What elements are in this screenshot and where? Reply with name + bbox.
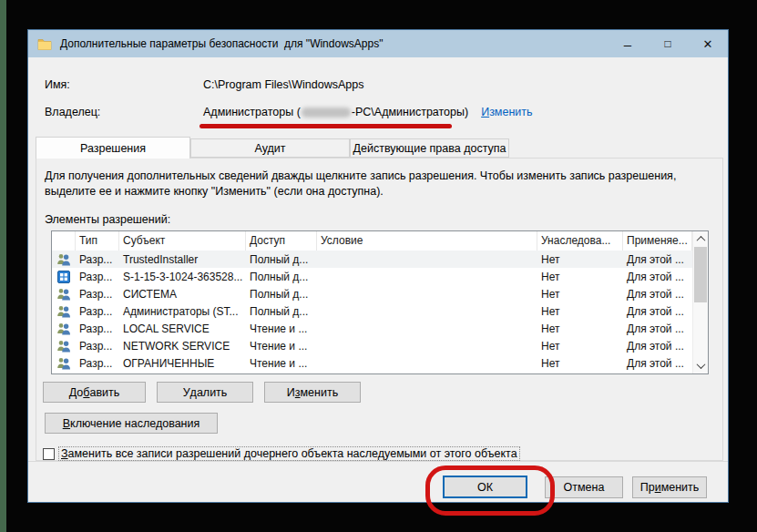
- table-cell: Чтение и ...: [246, 340, 317, 353]
- table-cell: Для этой ...: [623, 288, 692, 301]
- table-cell: Разр...: [76, 357, 119, 370]
- replace-permissions-checkbox[interactable]: [43, 448, 55, 460]
- table-cell: TrustedInstaller: [119, 253, 246, 266]
- table-cell: Для этой ...: [623, 253, 692, 266]
- table-cell: Полный д...: [246, 288, 317, 301]
- column-header-access[interactable]: Доступ: [246, 231, 317, 251]
- users-icon: [52, 322, 76, 335]
- scrollbar-thumb[interactable]: [694, 247, 707, 302]
- table-cell: ОГРАНИЧЕННЫЕ: [119, 357, 246, 370]
- minimize-button[interactable]: –: [608, 30, 648, 57]
- table-row[interactable]: Разр...СИСТЕМАПолный д...НетДля этой ...: [52, 285, 692, 302]
- table-cell: Полный д...: [246, 271, 317, 283]
- maximize-button[interactable]: □: [648, 30, 688, 57]
- table-cell: Полный д...: [246, 253, 317, 266]
- table-cell: Разр...: [76, 271, 119, 283]
- table-scrollbar[interactable]: [692, 231, 708, 373]
- column-header-type[interactable]: Тип: [76, 231, 119, 251]
- owner-value-prefix: Администраторы (: [203, 106, 301, 118]
- table-cell: Для этой ...: [623, 305, 692, 318]
- enable-inheritance-button[interactable]: Включение наследования: [45, 413, 218, 434]
- table-cell: Для этой ...: [623, 271, 692, 283]
- table-row[interactable]: Разр...TrustedInstallerПолный д...НетДля…: [52, 251, 692, 268]
- scroll-down-icon[interactable]: [693, 358, 708, 373]
- apply-button[interactable]: Применить: [632, 476, 707, 498]
- tab-audit[interactable]: Аудит: [190, 138, 350, 158]
- owner-value-suffix: -PC\Администраторы): [352, 106, 468, 118]
- tab-effective-access[interactable]: Действующие права доступа: [350, 138, 509, 158]
- table-cell: Для этой ...: [623, 322, 692, 335]
- folder-icon: [37, 37, 52, 50]
- permissions-table: Тип Субъект Доступ Условие Унаследова...…: [51, 230, 709, 374]
- column-header-subject[interactable]: Субъект: [119, 231, 246, 251]
- table-row[interactable]: Разр...S-1-15-3-1024-363528...Полный д..…: [52, 268, 692, 285]
- table-row[interactable]: Разр...Администраторы (ST...Полный д...Н…: [52, 302, 692, 320]
- annotation-red-underline: [199, 124, 452, 128]
- table-cell: Нет: [537, 305, 623, 318]
- table-cell: Для этой ...: [623, 340, 692, 353]
- edit-button[interactable]: Изменить: [264, 382, 361, 403]
- users-icon: [52, 357, 76, 370]
- window-title: Дополнительные параметры безопасности дл…: [60, 37, 383, 50]
- window-controls: – □ ✕: [608, 30, 728, 57]
- table-cell: Нет: [537, 288, 623, 301]
- table-header: Тип Субъект Доступ Условие Унаследова...…: [52, 231, 708, 251]
- users-icon: [52, 288, 76, 301]
- annotation-red-circle: [425, 466, 555, 516]
- scroll-up-icon[interactable]: [693, 231, 708, 247]
- owner-masked-computer-name: [302, 107, 351, 118]
- app-package-icon: [52, 271, 76, 283]
- desktop-background: Дополнительные параметры безопасности дл…: [0, 0, 757, 532]
- column-header-applies[interactable]: Применяе...: [623, 231, 692, 251]
- table-cell: Полный д...: [246, 305, 317, 318]
- delete-button[interactable]: Удалить: [157, 382, 253, 403]
- table-cell: Для этой ...: [623, 357, 692, 370]
- footer-separator: [28, 461, 728, 462]
- table-cell: Нет: [537, 253, 623, 266]
- table-cell: Нет: [537, 357, 623, 370]
- permission-rows: Разр...TrustedInstallerПолный д...НетДля…: [52, 251, 692, 372]
- table-cell: Нет: [537, 340, 623, 353]
- table-cell: LOCAL SERVICE: [119, 322, 246, 335]
- owner-value: Администраторы (-PC\Администраторы)Измен…: [203, 106, 533, 118]
- table-cell: Разр...: [76, 288, 119, 301]
- table-cell: СИСТЕМА: [119, 288, 246, 301]
- add-button[interactable]: Добавить: [43, 382, 146, 403]
- column-header-icon[interactable]: [52, 231, 76, 251]
- column-header-condition[interactable]: Условие: [317, 231, 537, 251]
- tab-permissions[interactable]: Разрешения: [36, 137, 190, 159]
- table-row[interactable]: Разр...LOCAL SERVICEЧтение и ...НетДля э…: [52, 320, 692, 337]
- permission-entries-label: Элементы разрешений:: [45, 213, 170, 226]
- column-header-inherited[interactable]: Унаследова...: [537, 231, 623, 251]
- table-cell: NETWORK SERVICE: [119, 340, 246, 353]
- wallpaper-edge: [0, 0, 6, 532]
- replace-permissions-label[interactable]: Заменить все записи разрешений дочернего…: [58, 446, 520, 461]
- table-row[interactable]: Разр...NETWORK SERVICEЧтение и ...НетДля…: [52, 337, 692, 354]
- table-cell: Разр...: [76, 305, 119, 318]
- titlebar[interactable]: Дополнительные параметры безопасности дл…: [28, 30, 728, 57]
- table-row[interactable]: Разр...ОГРАНИЧЕННЫЕЧтение и ...НетДля эт…: [52, 354, 692, 372]
- replace-permissions-row: Заменить все записи разрешений дочернего…: [43, 446, 520, 461]
- table-cell: Разр...: [76, 322, 119, 335]
- users-icon: [52, 253, 76, 266]
- table-cell: S-1-15-3-1024-363528...: [119, 271, 246, 283]
- instructions-text: Для получения дополнительных сведений дв…: [45, 169, 721, 200]
- table-cell: Чтение и ...: [246, 322, 317, 335]
- table-cell: Нет: [537, 322, 623, 335]
- table-cell: Разр...: [76, 253, 119, 266]
- close-button[interactable]: ✕: [688, 30, 728, 57]
- advanced-security-dialog: Дополнительные параметры безопасности дл…: [27, 29, 729, 503]
- table-cell: Администраторы (ST...: [119, 305, 246, 318]
- owner-label: Владелец:: [45, 106, 100, 118]
- users-icon: [52, 305, 76, 318]
- name-label: Имя:: [45, 78, 70, 91]
- table-cell: Разр...: [76, 340, 119, 353]
- table-cell: Чтение и ...: [246, 357, 317, 370]
- table-cell: Нет: [537, 271, 623, 283]
- cancel-button[interactable]: Отмена: [545, 476, 623, 498]
- users-icon: [52, 340, 76, 353]
- owner-change-link[interactable]: Изменить: [481, 106, 532, 118]
- name-value: C:\Program Files\WindowsApps: [203, 78, 363, 91]
